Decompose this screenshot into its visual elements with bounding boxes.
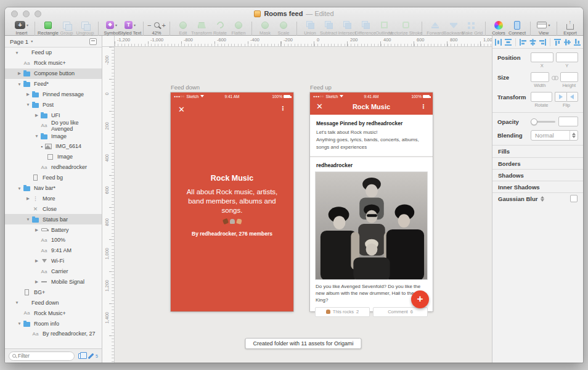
disclosure-closed-icon[interactable]: ▶ <box>33 113 40 118</box>
layer-row-close[interactable]: ✕Close <box>5 204 102 214</box>
fills-section[interactable]: Fills <box>492 146 583 157</box>
layer-row-feed-bg[interactable]: Feed bg <box>5 173 102 183</box>
shadows-section[interactable]: Shadows <box>492 169 583 181</box>
disclosure-closed-icon[interactable]: ▶ <box>33 228 40 232</box>
filter-field[interactable] <box>9 352 75 361</box>
pencil-icon[interactable] <box>88 353 94 359</box>
ungroup-button[interactable]: Ungroup <box>78 20 92 36</box>
export-button[interactable]: Export <box>563 20 578 36</box>
rotate-input[interactable] <box>531 92 552 102</box>
size-width-input[interactable] <box>531 72 549 82</box>
layer-row-wifi[interactable]: ▶Wi-Fi <box>5 256 102 266</box>
layer-row-941am[interactable]: 9:41 AM <box>5 245 102 256</box>
opacity-input[interactable] <box>558 117 578 126</box>
zoom-window-button[interactable] <box>35 10 41 17</box>
mask-button[interactable]: Mask <box>258 20 272 36</box>
compose-fab-button[interactable]: + <box>411 290 429 308</box>
borders-section[interactable]: Borders <box>492 157 583 169</box>
zoom-out-button[interactable]: − <box>147 22 151 29</box>
layer-row-redheadrocker[interactable]: redheadrocker <box>5 162 102 173</box>
backward-button[interactable]: Backward <box>446 20 461 36</box>
disclosure-open-icon[interactable]: ▼ <box>14 300 20 305</box>
stepper-icon[interactable] <box>541 196 544 202</box>
disclosure-open-icon[interactable]: ▼ <box>25 217 31 221</box>
opacity-slider[interactable] <box>531 121 555 123</box>
disclosure-closed-icon[interactable]: ▶ <box>16 71 23 76</box>
disclosure-open-icon[interactable]: ▼ <box>16 82 23 86</box>
align-left-icon[interactable] <box>519 38 527 46</box>
layer-row-carrier[interactable]: Carrier <box>5 266 102 277</box>
pages-icon[interactable] <box>78 353 84 359</box>
align-top-icon[interactable] <box>553 38 561 46</box>
layer-row-feed[interactable]: ▼Feed* <box>5 79 102 89</box>
layer-row-image-group[interactable]: ▼Image <box>5 131 102 141</box>
layer-row-do-you-like[interactable]: Do you like Avenged <box>5 120 102 131</box>
layer-row-post[interactable]: ▼Post <box>5 99 102 110</box>
disclosure-closed-icon[interactable]: ▶ <box>25 92 31 97</box>
forward-button[interactable]: Forward <box>428 20 443 36</box>
styled-text-button[interactable]: ▾ Styled Text <box>123 20 137 36</box>
close-icon[interactable]: ✕ <box>178 105 185 113</box>
align-bottom-icon[interactable] <box>573 38 581 46</box>
more-icon[interactable]: ⋮ <box>280 105 286 112</box>
gaussian-blur-section[interactable]: Gaussian Blur <box>492 192 583 204</box>
page-selector[interactable]: Page 1 ▾ <box>5 36 102 47</box>
rectangle-button[interactable]: Rectangle <box>41 20 55 36</box>
close-icon[interactable]: ✕ <box>316 102 323 110</box>
position-x-input[interactable] <box>531 52 553 62</box>
difference-button[interactable]: Difference <box>358 20 373 36</box>
vectorize-stroke-button[interactable]: Vectorize Stroke <box>395 20 416 36</box>
connect-button[interactable]: Connect <box>510 20 525 36</box>
disclosure-open-icon[interactable]: ▼ <box>25 102 31 107</box>
blending-select[interactable]: Normal <box>531 130 578 141</box>
layer-row-feed-up[interactable]: ▼Feed up <box>5 47 102 58</box>
disclosure-open-icon[interactable]: ▼ <box>16 186 23 191</box>
rotate-button[interactable]: Rotate <box>213 20 227 36</box>
canvas[interactable]: Feed down Feed up ●●●○○ Sketch 9:41 AM 1… <box>115 47 492 363</box>
layer-row-ufi[interactable]: ▶UFI <box>5 110 102 120</box>
this-rocks-button[interactable]: This rocks 2 <box>315 307 370 317</box>
colors-button[interactable]: Colors <box>491 20 506 36</box>
subtract-button[interactable]: Subtract <box>321 20 336 36</box>
layer-row-img-6614[interactable]: •IMG_6614 <box>5 141 102 152</box>
align-center-horizontal-icon[interactable] <box>529 38 537 46</box>
layer-row-pinned-message[interactable]: ▶Pinned message <box>5 89 102 100</box>
layer-row-rock-music[interactable]: Rock music+ <box>5 58 102 68</box>
insert-button[interactable]: ▾ Insert <box>14 20 29 36</box>
layer-row-100[interactable]: 100% <box>5 235 102 245</box>
layer-row-nav-bar[interactable]: ▼Nav bar* <box>5 183 102 194</box>
titlebar[interactable]: Rooms feed — Edited <box>5 7 583 20</box>
gaussian-blur-checkbox[interactable] <box>570 195 578 202</box>
distribute-vertically-icon[interactable] <box>504 38 512 46</box>
align-middle-vertical-icon[interactable] <box>563 38 571 46</box>
artboard-label-feed-up[interactable]: Feed up <box>310 84 332 91</box>
filter-input[interactable] <box>18 353 71 359</box>
symbol-button[interactable]: ▾ Symbol <box>104 20 119 36</box>
artboard-label-feed-down[interactable]: Feed down <box>171 84 200 91</box>
group-button[interactable]: Group <box>59 20 74 36</box>
disclosure-open-icon[interactable]: ▼ <box>16 321 23 326</box>
layer-row-feed-down[interactable]: ▼Feed down <box>5 297 102 308</box>
make-grid-button[interactable]: Make Grid <box>465 20 480 36</box>
distribute-horizontally-icon[interactable] <box>494 38 502 46</box>
layer-row-battery[interactable]: ▶Battery <box>5 224 102 235</box>
flip-horizontal-button[interactable] <box>555 92 566 102</box>
inner-shadows-section[interactable]: Inner Shadows <box>492 181 583 192</box>
artboard-feed-up[interactable]: ●●●○○ Sketch 9:41 AM 100% ✕ Rock Music ⋮… <box>310 92 433 311</box>
disclosure-closed-icon[interactable]: ▶ <box>25 196 31 201</box>
opacity-slider-knob[interactable] <box>531 118 537 125</box>
layer-row-room-info[interactable]: ▼Room info <box>5 318 102 329</box>
page-list-toggle-icon[interactable] <box>89 38 97 45</box>
layer-row-more[interactable]: ▶⋮More <box>5 193 102 204</box>
view-button[interactable]: ▾ View <box>536 20 551 36</box>
transform-button[interactable]: Transform <box>194 20 209 36</box>
edit-button[interactable]: Edit <box>176 20 190 36</box>
intersect-button[interactable]: Intersect <box>340 20 354 36</box>
layer-row-compose-button[interactable]: ▶Compose button <box>5 68 102 79</box>
zoom-in-button[interactable]: + <box>162 22 166 29</box>
close-window-button[interactable] <box>11 10 18 17</box>
disclosure-closed-icon[interactable]: ▶ <box>33 279 40 284</box>
layer-row-rock-music-2[interactable]: Rock Music+ <box>5 308 102 318</box>
layer-row-by-redheadrocker[interactable]: By redheadrocker, 27 <box>5 329 102 339</box>
layer-row-image-shape[interactable]: Image <box>5 152 102 162</box>
